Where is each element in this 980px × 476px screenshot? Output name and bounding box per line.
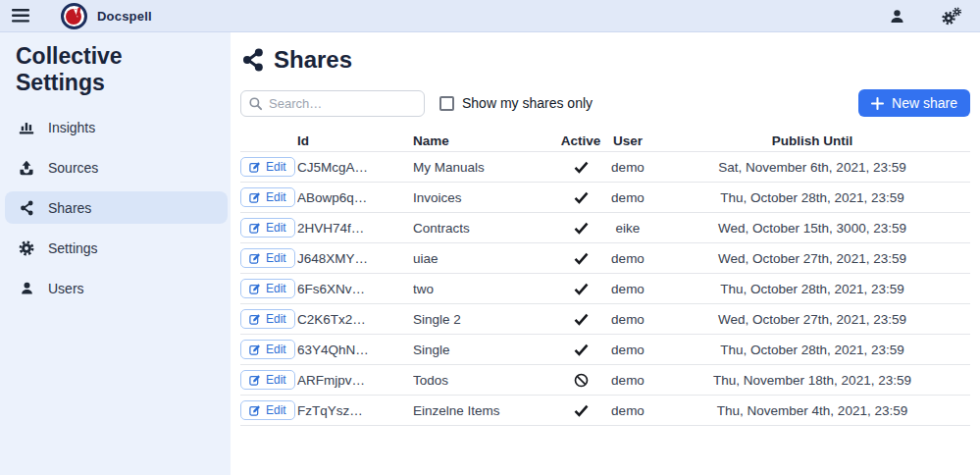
edit-button-label: Edit xyxy=(266,403,286,417)
active-check-icon xyxy=(574,403,589,417)
hamburger-menu-button[interactable] xyxy=(12,9,29,23)
edit-button[interactable]: Edit xyxy=(240,187,295,207)
edit-pencil-icon xyxy=(249,344,261,355)
column-header-active: Active xyxy=(560,133,601,148)
share-publish-until: Thu, October 28th, 2021, 23:59 xyxy=(654,190,970,205)
edit-pencil-icon xyxy=(249,222,261,234)
docspell-logo-icon xyxy=(61,3,87,29)
share-id: 63Y4QhN… xyxy=(297,343,413,357)
share-name: Contracts xyxy=(413,221,560,236)
table-row: Edit ARFmjpv… Todos demo Thu, November 1… xyxy=(240,365,970,396)
table-row: Edit ABowp6q… Invoices demo Thu, October… xyxy=(240,183,970,213)
share-name: two xyxy=(413,282,560,296)
share-user: demo xyxy=(601,343,654,357)
share-icon xyxy=(242,48,264,72)
column-header-user: User xyxy=(601,133,654,148)
edit-pencil-icon xyxy=(249,374,261,386)
show-my-shares-checkbox[interactable] xyxy=(439,96,454,111)
share-active xyxy=(560,312,601,326)
column-header-name: Name xyxy=(413,133,560,148)
table-header-row: Id Name Active User Publish Until xyxy=(240,131,970,152)
share-id: 2HVH74f… xyxy=(297,221,413,236)
edit-button[interactable]: Edit xyxy=(240,218,295,238)
main-content: Shares Show my shares only New share xyxy=(231,32,980,475)
edit-button[interactable]: Edit xyxy=(240,279,295,298)
gear-icon xyxy=(19,240,34,256)
edit-button[interactable]: Edit xyxy=(240,370,295,390)
chart-bar-icon xyxy=(19,120,34,134)
share-user: eike xyxy=(601,221,654,236)
share-user: demo xyxy=(601,160,654,175)
share-user: demo xyxy=(601,312,654,327)
sidebar-item-settings[interactable]: Settings xyxy=(5,232,228,264)
user-icon xyxy=(19,281,34,295)
checkbox-label: Show my shares only xyxy=(462,95,593,111)
edit-button[interactable]: Edit xyxy=(240,309,295,329)
app-logo[interactable] xyxy=(61,3,87,29)
share-active xyxy=(560,282,601,295)
share-name: My Manuals xyxy=(413,160,560,175)
sidebar-item-users[interactable]: Users xyxy=(5,272,228,304)
account-button[interactable] xyxy=(889,8,905,25)
sidebar-item-shares[interactable]: Shares xyxy=(5,191,228,224)
share-name: Einzelne Items xyxy=(413,403,560,418)
table-row: Edit C2K6Tx2… Single 2 demo Wed, October… xyxy=(240,304,970,335)
page-title: Shares xyxy=(274,46,352,74)
table-row: Edit J648XMY… uiae demo Wed, October 27t… xyxy=(240,243,970,274)
user-icon xyxy=(889,8,905,25)
app-title: Docspell xyxy=(97,9,152,24)
edit-button-label: Edit xyxy=(266,221,286,235)
sidebar-item-sources[interactable]: Sources xyxy=(5,151,228,184)
active-check-icon xyxy=(574,312,589,326)
edit-button-label: Edit xyxy=(266,160,286,174)
edit-pencil-icon xyxy=(249,404,261,416)
share-id: 6Fs6XNv… xyxy=(297,282,413,296)
share-id: ABowp6q… xyxy=(297,190,413,205)
share-id: CJ5McgA… xyxy=(297,160,413,175)
share-id: C2K6Tx2… xyxy=(297,312,413,327)
column-header-publish-until: Publish Until xyxy=(654,133,970,148)
new-share-button[interactable]: New share xyxy=(858,89,970,117)
share-name: uiae xyxy=(413,251,560,266)
edit-button[interactable]: Edit xyxy=(240,400,295,420)
edit-button[interactable]: Edit xyxy=(240,248,295,268)
sidebar-item-insights[interactable]: Insights xyxy=(5,111,228,143)
sidebar-item-label: Sources xyxy=(48,160,98,176)
edit-button[interactable]: Edit xyxy=(240,157,295,177)
settings-menu-button[interactable] xyxy=(941,7,962,26)
share-publish-until: Sat, November 6th, 2021, 23:59 xyxy=(654,160,970,175)
share-active xyxy=(560,373,601,388)
edit-button-label: Edit xyxy=(266,282,286,295)
edit-button-label: Edit xyxy=(266,312,286,326)
share-name: Single 2 xyxy=(413,312,560,327)
show-my-shares-toggle[interactable]: Show my shares only xyxy=(439,95,593,111)
share-active xyxy=(560,403,601,417)
active-check-icon xyxy=(574,282,589,295)
table-row: Edit CJ5McgA… My Manuals demo Sat, Novem… xyxy=(240,152,970,183)
plus-icon xyxy=(871,97,884,110)
table-row: Edit 6Fs6XNv… two demo Thu, October 28th… xyxy=(240,274,970,304)
edit-button[interactable]: Edit xyxy=(240,340,295,359)
active-check-icon xyxy=(574,160,589,174)
active-check-icon xyxy=(574,190,589,204)
table-row: Edit FzTqYsz… Einzelne Items demo Thu, N… xyxy=(240,396,970,426)
active-check-icon xyxy=(574,343,589,356)
share-publish-until: Thu, November 18th, 2021, 23:59 xyxy=(654,373,970,388)
page-header: Shares xyxy=(242,46,970,74)
toolbar: Show my shares only New share xyxy=(240,89,970,117)
share-active xyxy=(560,221,601,235)
share-name: Todos xyxy=(413,373,560,388)
share-publish-until: Thu, October 28th, 2021, 23:59 xyxy=(654,282,970,296)
new-share-label: New share xyxy=(892,95,957,111)
hamburger-icon xyxy=(12,9,29,23)
share-name: Invoices xyxy=(413,190,560,205)
sidebar-item-label: Insights xyxy=(48,120,95,135)
edit-pencil-icon xyxy=(249,313,261,325)
sidebar-title: Collective Settings xyxy=(0,32,231,111)
table-body: Edit CJ5McgA… My Manuals demo Sat, Novem… xyxy=(240,152,970,426)
share-publish-until: Wed, October 27th, 2021, 23:59 xyxy=(654,251,970,266)
share-publish-until: Thu, October 28th, 2021, 23:59 xyxy=(654,343,970,357)
search-box xyxy=(240,90,425,117)
share-id: ARFmjpv… xyxy=(297,373,413,388)
search-input[interactable] xyxy=(240,90,425,117)
